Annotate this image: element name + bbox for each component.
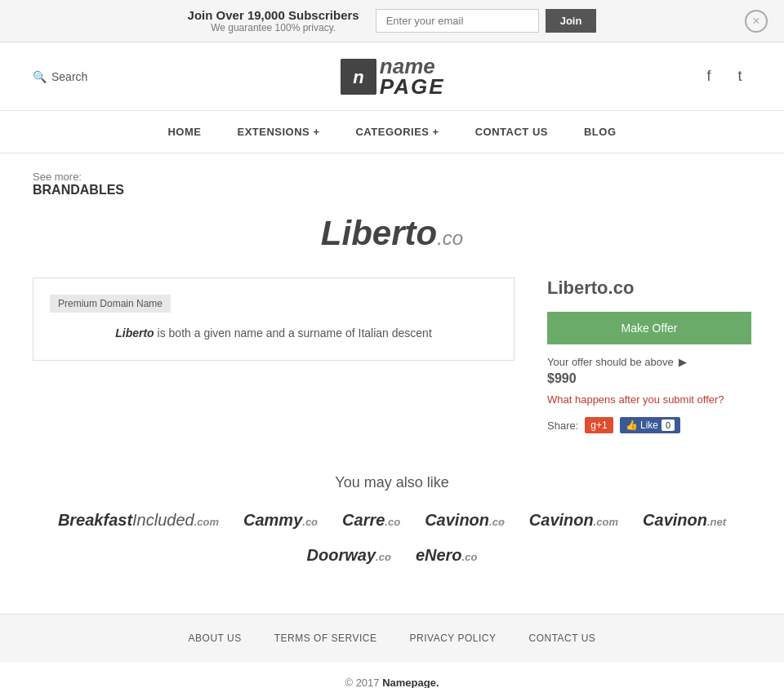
content-area: Premium Domain Name Liberto is both a gi… xyxy=(33,277,751,433)
domain-grid-item[interactable]: Cammy.co xyxy=(243,511,318,530)
facebook-icon[interactable]: f xyxy=(697,65,720,88)
left-panel: Premium Domain Name Liberto is both a gi… xyxy=(33,277,514,361)
nav-item-blog[interactable]: BLOG xyxy=(566,111,635,153)
offer-link[interactable]: What happens after you submit offer? xyxy=(547,393,724,406)
banner-text: Join Over 19,000 Subscribers We guarante… xyxy=(188,8,359,33)
search-icon: 🔍 xyxy=(33,70,47,83)
nav-item-home[interactable]: HOME xyxy=(149,111,219,153)
offer-hint: Your offer should be above ▶ xyxy=(547,356,751,368)
you-may-like: You may also like BreakfastIncluded.comC… xyxy=(33,474,751,565)
nav-item-extensions[interactable]: EXTENSIONS + xyxy=(219,111,337,153)
search-label: Search xyxy=(51,70,87,83)
banner-form: Join xyxy=(376,9,597,33)
premium-box: Premium Domain Name Liberto is both a gi… xyxy=(33,277,514,361)
banner-subtext: We guarantee 100% privacy. xyxy=(188,22,359,33)
gplus-button[interactable]: g+1 xyxy=(585,417,612,433)
domain-tld: .co xyxy=(437,227,463,249)
main-nav: HOME EXTENSIONS + CATEGORIES + CONTACT U… xyxy=(0,111,784,153)
share-row: Share: g+1 👍 Like 0 xyxy=(547,417,751,433)
domain-display: Liberto.co xyxy=(33,214,751,253)
nav-item-categories[interactable]: CATEGORIES + xyxy=(337,111,457,153)
see-more-label: See more: xyxy=(33,171,82,183)
svg-text:n: n xyxy=(353,67,363,87)
main-content: See more: BRANDABLES Liberto.co Premium … xyxy=(0,153,784,581)
facebook-like-button[interactable]: 👍 Like 0 xyxy=(620,417,680,433)
footer-link-privacy[interactable]: PRIVACY POLICY xyxy=(410,633,497,644)
close-button[interactable]: × xyxy=(745,10,768,33)
domain-grid-item[interactable]: Carre.co xyxy=(342,511,400,530)
offer-price: $990 xyxy=(547,371,751,386)
logo-icon: n xyxy=(341,59,376,95)
fb-label: 👍 Like xyxy=(626,419,658,431)
footer-links: ABOUT USTERMS OF SERVICEPRIVACY POLICYCO… xyxy=(0,614,784,662)
make-offer-button[interactable]: Make Offer xyxy=(547,312,751,344)
fb-count: 0 xyxy=(662,419,675,431)
offer-arrow-icon: ▶ xyxy=(679,356,687,368)
site-logo[interactable]: n name PAGE xyxy=(341,55,445,98)
domain-grid-item[interactable]: Cavinon.co xyxy=(425,511,505,530)
footer-link-contact[interactable]: CONTACT US xyxy=(528,633,595,644)
search-trigger[interactable]: 🔍 Search xyxy=(33,70,87,83)
brand-link[interactable]: Namepage. xyxy=(382,677,439,688)
domain-grid-item[interactable]: BreakfastIncluded.com xyxy=(58,511,219,530)
domain-name-main: Liberto xyxy=(321,214,437,252)
domain-grid-item[interactable]: eNero.co xyxy=(416,546,478,565)
footer-link-terms[interactable]: TERMS OF SERVICE xyxy=(274,633,377,644)
domain-title: Liberto.co xyxy=(547,277,751,299)
nav-item-contact[interactable]: CONTACT US xyxy=(457,111,566,153)
copyright-text: © 2017 xyxy=(345,677,379,688)
see-more: See more: BRANDABLES xyxy=(33,170,751,198)
footer-copyright: © 2017 Namepage. xyxy=(0,662,784,688)
social-links: f t xyxy=(697,65,751,88)
logo-text: name PAGE xyxy=(380,55,445,98)
domain-description: Liberto is both a given name and a surna… xyxy=(50,324,497,344)
premium-badge: Premium Domain Name xyxy=(50,295,171,313)
domain-grid-item[interactable]: Cavinon.net xyxy=(643,511,726,530)
join-button[interactable]: Join xyxy=(546,9,597,33)
description-text: is both a given name and a surname of It… xyxy=(154,326,432,340)
twitter-icon[interactable]: t xyxy=(728,65,751,88)
offer-hint-text: Your offer should be above xyxy=(547,356,674,368)
share-label: Share: xyxy=(547,419,578,432)
header: 🔍 Search n name PAGE f t xyxy=(0,42,784,111)
domain-grid-item[interactable]: Cavinon.com xyxy=(529,511,618,530)
footer-link-about[interactable]: ABOUT US xyxy=(189,633,242,644)
top-banner: Join Over 19,000 Subscribers We guarante… xyxy=(0,0,784,42)
right-panel: Liberto.co Make Offer Your offer should … xyxy=(547,277,751,433)
see-more-link[interactable]: BRANDABLES xyxy=(33,183,124,197)
logo-page: PAGE xyxy=(380,75,445,99)
you-may-like-heading: You may also like xyxy=(33,474,751,491)
description-highlight: Liberto xyxy=(115,326,154,340)
banner-headline: Join Over 19,000 Subscribers xyxy=(188,8,359,22)
email-input[interactable] xyxy=(376,9,539,33)
domain-grid-item[interactable]: Doorway.co xyxy=(307,546,391,565)
domain-grid: BreakfastIncluded.comCammy.coCarre.coCav… xyxy=(33,511,751,565)
